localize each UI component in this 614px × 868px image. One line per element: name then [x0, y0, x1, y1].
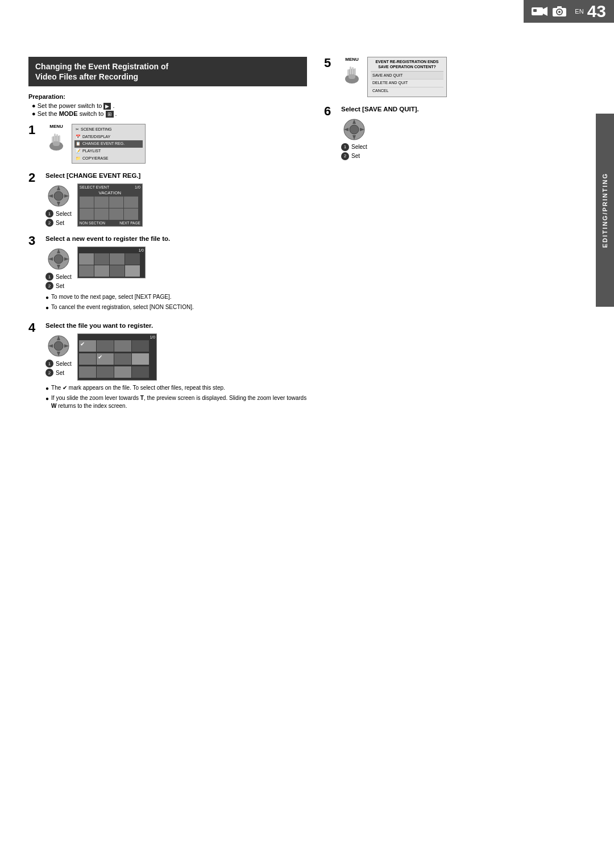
- right-sidebar: EDITING/PRINTING: [596, 114, 614, 307]
- en-label: EN: [575, 8, 583, 15]
- svg-rect-9: [54, 133, 56, 141]
- step-1-content: MENU: [45, 124, 307, 164]
- step-4-inner: 1 Select 2 Set: [45, 333, 307, 381]
- vac-non-section: NON SECTION: [80, 221, 105, 225]
- step5-menu-icon: [341, 63, 363, 85]
- step-2-content: Select [CHANGE EVENT REG.]: [45, 172, 307, 227]
- step4-screen: 1/0 ✔ ✔: [77, 333, 157, 381]
- vac-cell-2: [94, 197, 109, 208]
- step4-cell-5: [79, 353, 96, 365]
- vac-header-text: SELECT EVENT: [80, 185, 109, 189]
- step4-cell-4: [132, 340, 149, 352]
- step4-cell-11: [114, 366, 131, 378]
- step-6-title: Select [SAVE AND QUIT].: [341, 105, 586, 114]
- vac-cell-7: [109, 208, 123, 220]
- prep-title: Preparation:: [28, 93, 307, 100]
- step4-select-set: 1 Select 2 Set: [45, 360, 72, 377]
- step3-select-set: 1 Select 2 Set: [45, 273, 72, 290]
- step5-dialog: EVENT RE-REGISTRATION ENDSSAVE OPERATION…: [367, 57, 447, 97]
- svg-rect-10: [56, 134, 58, 141]
- step-3-content: Select a new event to register the file …: [45, 235, 307, 314]
- step3-grid: [79, 253, 144, 277]
- vac-page: 1/0: [135, 185, 140, 189]
- menu-row-3-active: 📋CHANGE EVENT REG.: [74, 140, 143, 148]
- dialog-option-1: SAVE AND QUIT: [371, 71, 443, 79]
- step-3-title: Select a new event to register the file …: [45, 235, 307, 243]
- step-5-number: 5: [324, 57, 335, 69]
- step-6: 6 Select [SAVE AND QUIT].: [324, 105, 586, 160]
- prep-item-2: ● Set the MODE switch to ⊞ .: [32, 110, 307, 117]
- step4-cell-10: [97, 366, 114, 378]
- section-title: Changing the Event Registration of Video…: [28, 57, 307, 86]
- page-wrapper: EN 43 EDITING/PRINTING Changing the Even…: [0, 0, 614, 868]
- step-5-area: MENU: [341, 57, 586, 97]
- step3-bullets: ● To move to the next page, select [NEXT…: [45, 293, 307, 312]
- step-2-inner: 1 Select 2 Set: [45, 183, 307, 227]
- step3-cell-6: [94, 265, 109, 277]
- step4-bullets: ● The ✔ mark appears on the file. To sel…: [45, 384, 307, 410]
- prep-item-1: ● Set the power switch to ▶ .: [32, 102, 307, 109]
- step-1-number: 1: [28, 124, 40, 136]
- menu-row-4: 📝PLAYLIST: [74, 148, 143, 155]
- vac-footer: NON SECTION NEXT PAGE: [80, 221, 140, 225]
- step3-header: 1/0: [79, 248, 144, 252]
- main-content: Changing the Event Registration of Video…: [28, 23, 586, 420]
- svg-rect-33: [350, 66, 351, 74]
- menu-row-2: 📅DATE/DISPLAY: [74, 133, 143, 140]
- page-number-container: EN 43: [524, 0, 614, 23]
- step4-bullet-2: ● If you slide the zoom lever towards T,…: [45, 394, 307, 410]
- svg-rect-11: [59, 135, 60, 142]
- step-5: 5 MENU: [324, 57, 586, 97]
- step3-cell-7: [110, 265, 125, 277]
- sidebar-label: EDITING/PRINTING: [601, 173, 608, 248]
- vac-title: VACATION: [80, 190, 140, 195]
- step-5-content: MENU: [341, 57, 586, 97]
- step2-select-num: 1: [45, 210, 53, 218]
- step5-menu-label: MENU: [345, 57, 359, 62]
- dialog-title: EVENT RE-REGISTRATION ENDSSAVE OPERATION…: [371, 59, 443, 69]
- step4-cell-9: [79, 366, 96, 378]
- step2-vacation-screen: SELECT EVENT 1/0 VACATION: [77, 183, 143, 227]
- power-icon: ▶: [103, 103, 111, 110]
- step2-dial-icon: [46, 183, 71, 208]
- step4-cell-7: [114, 353, 131, 365]
- vac-cell-1: [80, 197, 94, 208]
- step-2: 2 Select [CHANGE EVENT REG.]: [28, 172, 307, 227]
- svg-point-6: [558, 11, 561, 13]
- step-6-content: Select [SAVE AND QUIT].: [341, 105, 586, 160]
- step4-bullet-1: ● The ✔ mark appears on the file. To sel…: [45, 384, 307, 393]
- vac-cell-8: [124, 208, 138, 220]
- dialog-option-3: CANCEL: [371, 87, 443, 95]
- step2-set-num: 2: [45, 219, 53, 227]
- step1-menu-icon: [45, 130, 67, 152]
- step4-cell-3: [114, 340, 131, 352]
- vac-cell-5: [80, 208, 94, 220]
- step-3-inner: 1 Select 2 Set: [45, 247, 307, 290]
- svg-point-26: [54, 341, 63, 350]
- step4-cell-2: [97, 340, 114, 352]
- step3-cell-1: [79, 253, 94, 265]
- svg-marker-1: [543, 7, 547, 16]
- step1-menu-label: MENU: [49, 124, 63, 129]
- step-4-number: 4: [28, 322, 40, 334]
- video-camera-icon: [532, 5, 549, 18]
- step-6-inner: 1 Select 2 Set: [341, 117, 586, 160]
- svg-point-20: [54, 254, 63, 264]
- section-title-line1: Changing the Event Registration of: [35, 62, 168, 71]
- svg-point-14: [54, 191, 63, 201]
- step3-bullet-2: ● To cancel the event registration, sele…: [45, 303, 307, 312]
- step-6-number: 6: [324, 105, 335, 118]
- step2-set-label: Set: [56, 220, 64, 226]
- step-1: 1 MENU: [28, 124, 307, 164]
- page-number: 43: [587, 3, 606, 20]
- step2-select-set: 1 Select 2 Set: [45, 210, 72, 227]
- step4-grid: ✔ ✔: [79, 340, 155, 379]
- step-3: 3 Select a new event to register the fil…: [28, 235, 307, 314]
- step-1-area: MENU: [45, 124, 307, 164]
- vac-cell-6: [94, 208, 109, 220]
- left-column: Changing the Event Registration of Video…: [28, 57, 307, 420]
- step4-cell-6: ✔: [97, 353, 114, 365]
- svg-rect-2: [533, 9, 537, 12]
- step3-cell-4: [125, 253, 140, 265]
- step1-menu-screen: ✂SCENE EDITING 📅DATE/DISPLAY 📋CHANGE EVE…: [72, 124, 146, 164]
